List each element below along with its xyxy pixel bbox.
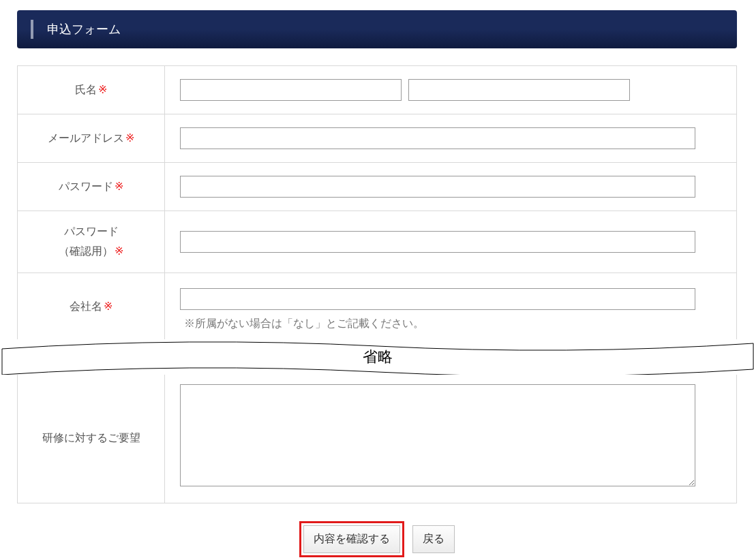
back-button[interactable]: 戻る [412, 525, 455, 553]
row-company: 会社名※ ※所属がない場合は「なし」とご記載ください。 [18, 273, 736, 341]
password-confirm-input[interactable] [180, 231, 695, 253]
password-input[interactable] [180, 176, 695, 198]
label-password: パスワード※ [18, 163, 165, 211]
confirm-highlight-box: 内容を確認する [299, 521, 404, 557]
button-row: 内容を確認する 戻る [17, 521, 737, 557]
name-first-input[interactable] [408, 79, 630, 101]
form-table: 氏名※ メールアドレス※ パスワード※ [17, 65, 737, 503]
label-email: メールアドレス※ [18, 114, 165, 162]
label-company: 会社名※ [18, 273, 165, 341]
omitted-text: 省略 [363, 347, 393, 367]
required-mark: ※ [104, 300, 112, 312]
label-company-text: 会社名 [70, 300, 102, 312]
header-accent-bar [31, 20, 33, 39]
label-name-text: 氏名 [75, 84, 97, 95]
company-input[interactable] [180, 288, 695, 310]
email-input[interactable] [180, 127, 695, 149]
required-mark: ※ [98, 84, 107, 95]
label-password-confirm-line1: パスワード [64, 225, 119, 237]
required-mark: ※ [115, 181, 123, 192]
label-password-confirm: パスワード （確認用）※ [18, 211, 165, 273]
form-header: 申込フォーム [17, 10, 737, 48]
confirm-button[interactable]: 内容を確認する [303, 525, 400, 553]
row-password-confirm: パスワード （確認用）※ [18, 211, 736, 273]
row-name: 氏名※ [18, 66, 736, 114]
label-requests-text: 研修に対するご要望 [42, 432, 140, 444]
label-name: 氏名※ [18, 66, 165, 114]
cell-name-inputs [165, 66, 736, 114]
label-requests: 研修に対するご要望 [18, 373, 165, 503]
label-email-text: メールアドレス [48, 132, 124, 144]
row-password: パスワード※ [18, 163, 736, 211]
row-requests: 研修に対するご要望 [18, 373, 736, 503]
label-password-confirm-line2: （確認用） [59, 245, 113, 257]
omitted-section-banner: 省略 [1, 339, 754, 375]
form-title: 申込フォーム [47, 21, 121, 37]
label-password-text: パスワード [59, 181, 113, 192]
company-hint: ※所属がない場合は「なし」とご記載ください。 [184, 317, 721, 331]
row-email: メールアドレス※ [18, 114, 736, 163]
name-last-input[interactable] [180, 79, 402, 101]
required-mark: ※ [125, 132, 134, 144]
required-mark: ※ [115, 245, 123, 257]
requests-textarea[interactable] [180, 384, 695, 486]
